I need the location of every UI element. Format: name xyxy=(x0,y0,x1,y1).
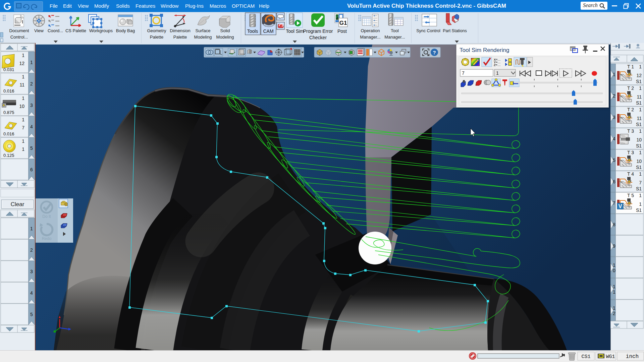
svg-text:0.031: 0.031 xyxy=(3,67,14,72)
svg-text:WG1: WG1 xyxy=(606,354,615,360)
svg-text:6: 6 xyxy=(613,179,615,184)
svg-text:2: 2 xyxy=(613,311,615,316)
svg-text:T 4: T 4 xyxy=(627,171,634,177)
svg-text:11: 11 xyxy=(637,94,642,100)
svg-text:S1: S1 xyxy=(636,186,642,191)
svg-text:T 5: T 5 xyxy=(627,193,634,198)
svg-text:T 2: T 2 xyxy=(627,107,634,112)
svg-text:1: 1 xyxy=(639,107,642,112)
svg-text:12: 12 xyxy=(636,73,642,78)
svg-text:1: 1 xyxy=(639,150,642,155)
svg-text:1: 1 xyxy=(613,262,615,268)
svg-text:0.016: 0.016 xyxy=(3,88,14,94)
svg-text:1: 1 xyxy=(22,74,24,79)
svg-text:T 3: T 3 xyxy=(627,128,634,134)
svg-text:1: 1 xyxy=(639,171,642,177)
svg-text:3: 3 xyxy=(613,115,615,120)
svg-text:4: 4 xyxy=(30,124,33,129)
svg-text:1: 1 xyxy=(613,305,615,311)
svg-text:0.125: 0.125 xyxy=(3,153,14,158)
svg-text:9: 9 xyxy=(613,243,615,249)
svg-text:S1: S1 xyxy=(636,207,642,213)
svg-text:1: 1 xyxy=(22,117,24,122)
svg-text:7: 7 xyxy=(22,125,24,130)
svg-text:S1: S1 xyxy=(636,79,642,84)
svg-text:0.875: 0.875 xyxy=(3,110,14,115)
svg-text:CS1: CS1 xyxy=(581,354,590,360)
svg-text:2: 2 xyxy=(30,247,33,253)
svg-text:1: 1 xyxy=(22,96,24,101)
svg-text:1: 1 xyxy=(613,72,615,77)
svg-text:11: 11 xyxy=(19,82,24,87)
svg-text:7: 7 xyxy=(462,70,465,76)
svg-text:V: V xyxy=(619,203,622,209)
svg-text:?: ? xyxy=(433,50,436,55)
svg-text:1: 1 xyxy=(22,146,24,152)
svg-text:Clear: Clear xyxy=(11,201,24,207)
svg-text:4: 4 xyxy=(613,136,615,141)
svg-text:1: 1 xyxy=(639,128,642,134)
svg-text:11: 11 xyxy=(637,116,642,121)
svg-text:T 2: T 2 xyxy=(627,85,634,91)
svg-text:7: 7 xyxy=(613,200,615,206)
svg-text:1: 1 xyxy=(639,193,642,198)
svg-text:Redo: Redo xyxy=(42,236,52,241)
svg-text:10: 10 xyxy=(636,159,642,164)
svg-text:S1: S1 xyxy=(636,143,642,148)
svg-text:1: 1 xyxy=(639,85,642,91)
svg-text:1: 1 xyxy=(496,70,499,76)
svg-text:5: 5 xyxy=(613,158,615,163)
svg-text:10: 10 xyxy=(19,104,24,109)
svg-text:T 3: T 3 xyxy=(627,150,634,155)
svg-text:7: 7 xyxy=(639,180,642,185)
svg-text:0.016: 0.016 xyxy=(3,131,14,136)
svg-text:S1: S1 xyxy=(636,122,642,127)
svg-text:1: 1 xyxy=(22,138,24,144)
svg-text:S1: S1 xyxy=(636,100,642,106)
svg-text:3: 3 xyxy=(30,103,33,108)
svg-text:1: 1 xyxy=(613,289,615,295)
svg-text:1: 1 xyxy=(613,284,615,289)
svg-text:Do It: Do It xyxy=(42,214,51,219)
svg-text:0: 0 xyxy=(613,268,615,273)
svg-text:5: 5 xyxy=(30,145,33,151)
svg-text:10: 10 xyxy=(636,137,642,142)
svg-text:2: 2 xyxy=(613,93,615,99)
svg-text:1: 1 xyxy=(639,201,642,207)
svg-text:1: 1 xyxy=(30,226,33,231)
svg-text:2: 2 xyxy=(30,81,33,86)
svg-text:6: 6 xyxy=(30,167,33,172)
svg-text:5: 5 xyxy=(30,312,33,317)
svg-text:inch: inch xyxy=(626,354,639,360)
svg-text:S1: S1 xyxy=(636,165,642,170)
svg-text:4: 4 xyxy=(30,290,33,296)
svg-text:3: 3 xyxy=(30,269,33,274)
svg-text:8: 8 xyxy=(613,222,615,227)
